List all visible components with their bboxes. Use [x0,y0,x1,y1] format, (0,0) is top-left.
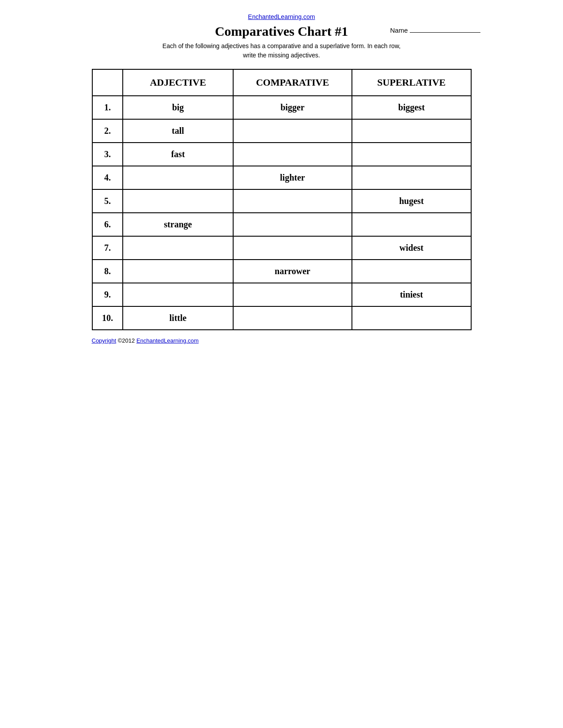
header-comparative: COMPARATIVE [233,69,352,96]
table-row: 4.lighter [92,166,471,189]
table-row: 9.tiniest [92,283,471,306]
cell-superlative: biggest [352,96,471,119]
row-number: 5. [92,189,123,213]
table-row: 2.tall [92,119,471,143]
row-number: 4. [92,166,123,189]
cell-adjective [123,283,233,306]
cell-adjective: tall [123,119,233,143]
subtitle: Each of the following adjectives has a c… [158,41,405,60]
cell-adjective [123,260,233,283]
footer-site-link[interactable]: EnchantedLearning.com [136,337,199,344]
site-link[interactable]: EnchantedLearning.com [248,13,315,20]
cell-comparative: narrower [233,260,352,283]
header-adjective: ADJECTIVE [123,69,233,96]
cell-superlative: widest [352,236,471,260]
table-header-row: ADJECTIVE COMPARATIVE SUPERLATIVE [92,69,471,96]
cell-adjective: fast [123,143,233,166]
cell-superlative [352,166,471,189]
table-row: 8.narrower [92,260,471,283]
cell-comparative [233,189,352,213]
cell-superlative [352,213,471,236]
row-number: 9. [92,283,123,306]
cell-adjective: strange [123,213,233,236]
cell-adjective [123,166,233,189]
table-row: 7.widest [92,236,471,260]
cell-comparative [233,236,352,260]
row-number: 3. [92,143,123,166]
page-title: Comparatives Chart #1 [215,24,348,39]
cell-superlative [352,260,471,283]
cell-superlative [352,306,471,330]
cell-superlative [352,119,471,143]
cell-comparative [233,119,352,143]
footer-copyright-link[interactable]: Copyright [92,337,117,344]
page: EnchantedLearning.com Comparatives Chart… [83,13,480,715]
cell-comparative [233,213,352,236]
row-number: 8. [92,260,123,283]
row-number: 2. [92,119,123,143]
name-field: Name [390,26,480,34]
cell-adjective: big [123,96,233,119]
cell-superlative [352,143,471,166]
row-number: 1. [92,96,123,119]
table-row: 10.little [92,306,471,330]
cell-adjective: little [123,306,233,330]
header-num [92,69,123,96]
table-row: 6.strange [92,213,471,236]
cell-adjective [123,236,233,260]
row-number: 6. [92,213,123,236]
cell-superlative: hugest [352,189,471,213]
cell-adjective [123,189,233,213]
table-row: 3.fast [92,143,471,166]
cell-comparative: bigger [233,96,352,119]
cell-superlative: tiniest [352,283,471,306]
header-row: Comparatives Chart #1 Name [83,24,480,39]
footer-year: ©2012 [118,337,136,344]
comparatives-table: ADJECTIVE COMPARATIVE SUPERLATIVE 1.bigb… [92,69,472,330]
cell-comparative [233,306,352,330]
row-number: 7. [92,236,123,260]
header-superlative: SUPERLATIVE [352,69,471,96]
footer: Copyright ©2012 EnchantedLearning.com [92,337,472,344]
cell-comparative [233,283,352,306]
name-line[interactable] [410,32,480,33]
row-number: 10. [92,306,123,330]
table-row: 5.hugest [92,189,471,213]
cell-comparative: lighter [233,166,352,189]
table-row: 1.bigbiggerbiggest [92,96,471,119]
cell-comparative [233,143,352,166]
name-label: Name [390,26,408,34]
